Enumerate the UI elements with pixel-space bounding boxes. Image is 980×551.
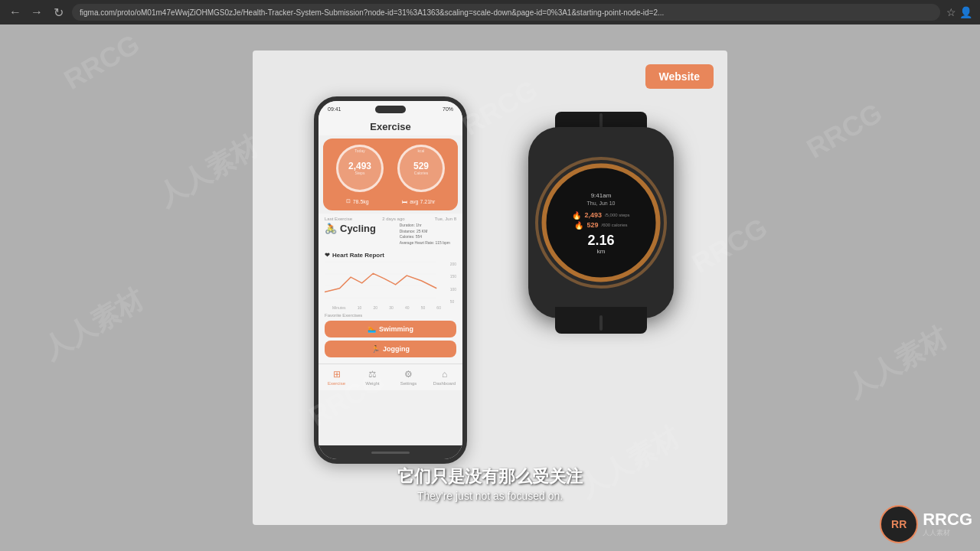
exercise-nav-icon: ⊞ [333, 369, 341, 380]
steps-label: Steps [355, 171, 365, 175]
phone-battery: 70% [443, 106, 453, 112]
main-content: Website 09:41 70% Exercise Today [0, 24, 980, 551]
heart-rate-section: ❤ Heart Rate Report 200 [318, 249, 462, 307]
watch-distance-container: 2.16 [587, 233, 614, 247]
calories-stat: Calories: 554 [400, 234, 450, 240]
swimming-label: Swimming [379, 325, 413, 333]
cycling-stats-side: Duration: 1hr Distance: 25 KM Calories: … [400, 223, 450, 246]
favorite-exercises-title: Favorite Exercises [325, 313, 456, 318]
duration-stat: Duration: 1hr [400, 223, 450, 229]
watch-calories-sub: /600 calories [602, 223, 628, 227]
chart-x-labels: Minutes 10 20 30 40 50 60 [332, 305, 441, 310]
calories-top-label: kcal [418, 148, 425, 153]
distance-stat: Distance: 25 KM [400, 229, 450, 235]
subtitle-chinese: 它们只是没有那么受关注 [253, 465, 727, 488]
steps-watch-icon: 🔥 [572, 210, 581, 219]
watch-date: Thu, Jun 10 [587, 200, 616, 205]
sleep-value: avg 7.21hr [410, 199, 435, 204]
chart-y-labels: 200 150 100 50 [450, 262, 456, 304]
watch-time: 9:41am [591, 191, 612, 198]
website-button[interactable]: Website [645, 64, 714, 89]
phone-mockup: 09:41 70% Exercise Today 2,493 Steps [314, 96, 467, 464]
settings-nav-icon: ⚙ [404, 369, 413, 380]
subtitle-bar: 它们只是没有那么受关注 They're just not as focused … [253, 465, 727, 502]
watch-body: 9:41am Thu, Jun 10 🔥 2,493 /5,000 steps … [528, 127, 674, 318]
weight-icon: ⊡ [346, 198, 351, 204]
nav-exercise[interactable]: ⊞ Exercise [318, 369, 354, 386]
steps-value: 2,493 [348, 161, 371, 171]
heart-rate-label: Heart Rate Report [332, 252, 384, 259]
browser-actions: ☆ 👤 [946, 6, 972, 18]
steps-circle: Today 2,493 Steps [336, 145, 384, 192]
home-indicator [371, 452, 410, 454]
jogging-button[interactable]: 🏃 Jogging [325, 341, 456, 357]
swimming-button[interactable]: 🏊 Swimming [325, 321, 456, 337]
stats-bottom: ⊡ 78.5kg 🛏 avg 7.21hr [329, 198, 452, 204]
steps-top-label: Today [354, 148, 364, 153]
calories-watch-icon: 🔥 [574, 220, 583, 229]
heart-icon: ❤ [325, 252, 330, 259]
calories-circle: kcal 529 Calories [397, 145, 445, 192]
weight-nav-icon: ⚖ [368, 369, 377, 380]
watch-steps-sub: /5,000 steps [605, 213, 630, 217]
exercise-nav-label: Exercise [328, 381, 345, 386]
subtitle-english: They're just not as focused on. [253, 490, 727, 502]
phone-time: 09:41 [328, 106, 341, 112]
rrcg-logo: RR RRCG 人人素材 [880, 505, 972, 543]
watch-steps-row: 🔥 2,493 /5,000 steps [572, 210, 629, 219]
cycling-text: Cycling [340, 223, 376, 234]
heart-rate-chart: 200 150 100 50 Minutes 10 20 30 40 50 [325, 262, 456, 304]
smartwatch: 9:41am Thu, Jun 10 🔥 2,493 /5,000 steps … [513, 112, 689, 334]
back-button[interactable]: ← [8, 5, 23, 20]
stage: Website 09:41 70% Exercise Today [253, 51, 727, 525]
last-exercise-date: Tue, Jun 8 [435, 217, 456, 221]
sleep-icon: 🛏 [402, 199, 407, 204]
jogging-label: Jogging [383, 345, 410, 353]
bottom-nav: ⊞ Exercise ⚖ Weight ⚙ Settings ⌂ Dashboa… [318, 364, 462, 390]
watch-distance-value: 2.16 [587, 232, 614, 247]
last-exercise-header: Last Exercise 2 days ago Tue, Jun 8 [325, 217, 456, 221]
watch-calories-row: 🔥 529 /600 calories [574, 220, 627, 229]
heart-rate-title: ❤ Heart Rate Report [325, 252, 456, 259]
watch-band-bottom [555, 307, 647, 334]
stats-circles: Today 2,493 Steps kcal 529 Calories [329, 145, 452, 192]
chart-svg [325, 262, 444, 300]
nav-weight[interactable]: ⚖ Weight [354, 369, 390, 386]
url-bar[interactable] [72, 4, 940, 21]
dashboard-nav-icon: ⌂ [442, 369, 447, 380]
refresh-button[interactable]: ↻ [51, 5, 66, 20]
rrcg-sub-text: 人人素材 [923, 528, 972, 538]
stats-area: Today 2,493 Steps kcal 529 Calories ⊡ [323, 139, 458, 210]
watch-face: 9:41am Thu, Jun 10 🔥 2,493 /5,000 steps … [542, 164, 661, 282]
calories-value: 529 [413, 161, 429, 171]
last-exercise-section: Last Exercise 2 days ago Tue, Jun 8 🚴 Cy… [318, 214, 462, 249]
weight-nav-label: Weight [365, 381, 380, 386]
bookmark-icon[interactable]: ☆ [946, 6, 956, 18]
last-exercise-label: Last Exercise [325, 217, 352, 221]
last-exercise-time: 2 days ago [382, 217, 404, 221]
favorite-exercises-section: Favorite Exercises 🏊 Swimming 🏃 Jogging [318, 307, 462, 364]
settings-nav-label: Settings [400, 381, 417, 386]
watch-calories-value: 529 [586, 221, 598, 229]
phone-home-btn[interactable] [318, 445, 462, 459]
watch-steps-value: 2,493 [584, 211, 602, 219]
watch-distance-unit: km [597, 247, 606, 254]
profile-icon[interactable]: 👤 [959, 6, 972, 18]
nav-dashboard[interactable]: ⌂ Dashboard [426, 369, 462, 386]
phone-screen: Exercise Today 2,493 Steps kcal 529 Calo… [318, 116, 462, 445]
calories-label: Calories [414, 171, 428, 175]
swimming-icon: 🏊 [368, 325, 376, 333]
dashboard-nav-label: Dashboard [433, 381, 456, 386]
heartrate-stat: Average Heart Rate: 115 bpm [400, 240, 450, 246]
rrcg-text-stack: RRCG 人人素材 [923, 511, 972, 538]
nav-settings[interactable]: ⚙ Settings [390, 369, 426, 386]
screen-title: Exercise [318, 116, 462, 135]
rrcg-main-text: RRCG [923, 511, 972, 528]
browser-bar: ← → ↻ ☆ 👤 [0, 0, 980, 24]
weight-item: ⊡ 78.5kg [346, 198, 369, 204]
phone-notch [375, 106, 406, 113]
weight-value: 78.5kg [353, 199, 369, 204]
last-exercise-content: 🚴 Cycling Duration: 1hr Distance: 25 KM … [325, 223, 456, 246]
forward-button[interactable]: → [29, 5, 44, 20]
cycling-icon: 🚴 [325, 223, 337, 234]
